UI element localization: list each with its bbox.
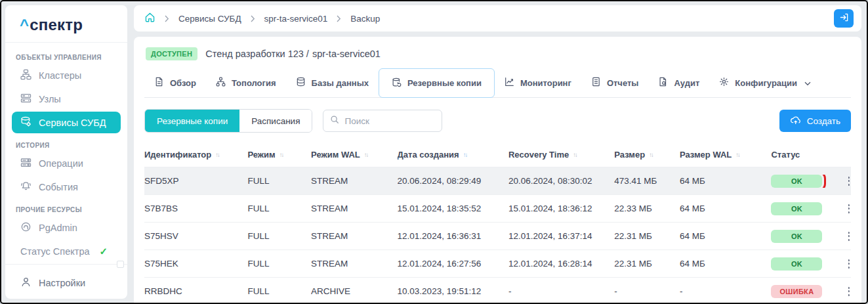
app-logo: ^спектр (5, 5, 127, 43)
topology-icon (216, 77, 226, 89)
tab-configurations[interactable]: Конфигурации (709, 68, 821, 97)
table-row[interactable]: RRBDHCFULLARCHIVE10.03.2023, 19:51:12---… (144, 277, 851, 303)
sidebar-section-objects: ОБЪЕКТЫ УПРАВЛЕНИЯ (16, 54, 118, 61)
cell-wal_mode: STREAM (311, 176, 398, 186)
column-header-created[interactable]: Дата создания↑↓ (398, 150, 508, 160)
view-toggle: Резервные копии Расписания (144, 109, 312, 133)
cell-mode: FULL (247, 231, 311, 241)
nodes-icon (20, 93, 31, 106)
cell-mode: FULL (247, 259, 311, 269)
breadcrumb-item-service[interactable]: spr-ta-service01 (264, 14, 328, 24)
logo-text: спектр (30, 16, 83, 33)
breadcrumb-item-db-services[interactable]: Сервисы СУБД (178, 14, 241, 24)
cell-size: 22.33 МБ (614, 204, 680, 213)
tab-topology[interactable]: Топология (206, 68, 286, 97)
sidebar-item-settings[interactable]: Настройки (12, 272, 121, 293)
sort-icon[interactable]: ↑↓ (735, 151, 741, 158)
cloud-upload-icon (790, 115, 801, 127)
search-field[interactable] (323, 110, 442, 132)
row-actions-kebab-icon[interactable] (848, 287, 851, 296)
sidebar-item-nodes[interactable]: Узлы (12, 88, 121, 110)
tab-databases[interactable]: Базы данных (286, 68, 379, 97)
sidebar-item-label: Настройки (39, 278, 85, 288)
tabs-bar: Обзор Топология Базы данных Резервные ко… (144, 68, 851, 98)
sort-icon[interactable]: ↑↓ (215, 151, 220, 158)
availability-badge: ДОСТУПЕН (146, 47, 197, 60)
column-header-id[interactable]: Идентификатор↑↓ (144, 150, 247, 160)
cell-wal_size: 64 МБ (680, 231, 771, 241)
sidebar-item-spektr-status[interactable]: Статус Спектра ✓ (12, 240, 121, 262)
cell-wal_size: 64 МБ (680, 259, 771, 269)
sidebar-item-label: PgAdmin (39, 223, 77, 233)
tab-monitoring[interactable]: Мониторинг (495, 68, 581, 97)
column-header-mode[interactable]: Режим↑↓ (247, 150, 311, 160)
sidebar-item-db-services[interactable]: Сервисы СУБД (12, 112, 121, 133)
row-actions-kebab-icon[interactable] (848, 177, 851, 186)
row-actions-kebab-icon[interactable] (848, 232, 851, 241)
column-header-status: Статус (771, 150, 848, 160)
chevron-down-icon (804, 78, 811, 88)
column-header-wal-mode[interactable]: Режим WAL↑↓ (311, 150, 398, 160)
stand-name: Стенд разработки 123 / (205, 49, 309, 59)
sidebar-item-pgadmin[interactable]: PgAdmin (12, 217, 121, 238)
create-backup-button[interactable]: Создать (779, 110, 851, 132)
cell-created: 10.03.2023, 19:51:12 (398, 286, 508, 296)
table-row[interactable]: SFD5XPFULLSTREAM20.06.2024, 08:29:4920.0… (144, 167, 851, 194)
db-services-icon (20, 116, 31, 129)
sidebar-footer: Настройки (5, 264, 127, 299)
status-badge: OK (771, 202, 822, 215)
sidebar: ^спектр ОБЪЕКТЫ УПРАВЛЕНИЯ Кластеры Узлы… (5, 5, 127, 299)
column-header-size[interactable]: Размер↑↓ (614, 150, 680, 160)
cell-id: S75HSV (144, 231, 247, 241)
tab-reports[interactable]: Отчеты (581, 68, 649, 97)
cell-recovery_time: 20.06.2024, 08:30:02 (508, 176, 614, 186)
table-row[interactable]: S75HSVFULLSTREAM12.01.2024, 16:36:3112.0… (144, 222, 851, 250)
row-actions-kebab-icon[interactable] (848, 259, 851, 269)
sidebar-item-clusters[interactable]: Кластеры (12, 64, 121, 86)
table-header: Идентификатор↑↓ Режим↑↓ Режим WAL↑↓ Дата… (144, 142, 851, 167)
exit-arrow-icon (839, 12, 849, 24)
table-body: SFD5XPFULLSTREAM20.06.2024, 08:29:4920.0… (144, 167, 851, 303)
sort-icon[interactable]: ↑↓ (573, 151, 578, 158)
sidebar-resize-handle[interactable] (117, 261, 124, 268)
backups-toolbar: Резервные копии Расписания Создать (144, 109, 851, 133)
app-window: ^спектр ОБЪЕКТЫ УПРАВЛЕНИЯ Кластеры Узлы… (0, 0, 868, 304)
tab-audit[interactable]: Аудит (648, 68, 709, 97)
cell-size: 22.31 МБ (614, 231, 680, 241)
cell-size: - (614, 286, 680, 296)
home-icon[interactable] (144, 12, 155, 25)
sidebar-item-operations[interactable]: Операции (12, 152, 121, 174)
audit-icon (658, 77, 668, 89)
cell-status: OK (771, 202, 848, 215)
chevron-right-icon (251, 15, 255, 22)
sidebar-item-events[interactable]: События (12, 176, 121, 198)
sort-icon[interactable]: ↑↓ (279, 151, 285, 158)
cell-status: OK (771, 257, 848, 271)
toggle-backups[interactable]: Резервные копии (145, 110, 239, 132)
cell-recovery_time: 12.01.2024, 16:37:14 (508, 231, 614, 241)
cell-created: 15.01.2024, 18:35:52 (398, 204, 508, 213)
cell-recovery_time: 15.01.2024, 18:36:12 (508, 204, 614, 213)
sort-icon[interactable]: ↑↓ (649, 151, 654, 158)
document-icon (154, 77, 164, 89)
search-input[interactable] (344, 116, 435, 126)
toggle-schedules[interactable]: Расписания (239, 110, 312, 132)
column-header-wal-size[interactable]: Размер WAL↑↓ (680, 150, 771, 160)
tab-overview[interactable]: Обзор (144, 68, 206, 97)
row-actions-kebab-icon[interactable] (848, 204, 851, 213)
table-row[interactable]: S75HEKFULLSTREAM12.01.2024, 16:27:5612.0… (144, 250, 851, 277)
cell-created: 20.06.2024, 08:29:49 (398, 176, 508, 186)
sort-icon-active[interactable]: ↑↓ (463, 151, 468, 158)
cell-size: 22.31 МБ (614, 259, 680, 269)
cell-mode: FULL (247, 204, 311, 213)
cell-mode: FULL (247, 286, 311, 296)
table-row[interactable]: S7B7BSFULLSTREAM15.01.2024, 18:35:5215.0… (144, 194, 851, 222)
cell-mode: FULL (247, 176, 311, 186)
sort-icon[interactable]: ↑↓ (364, 151, 369, 158)
cell-status: OK (771, 175, 848, 188)
logout-button[interactable] (834, 9, 854, 28)
status-badge: ОШИБКА (771, 285, 822, 298)
column-header-recovery-time[interactable]: Recovery Time↑↓ (508, 150, 614, 160)
cell-wal_mode: STREAM (311, 231, 398, 241)
tab-backups[interactable]: Резервные копии (379, 68, 495, 98)
